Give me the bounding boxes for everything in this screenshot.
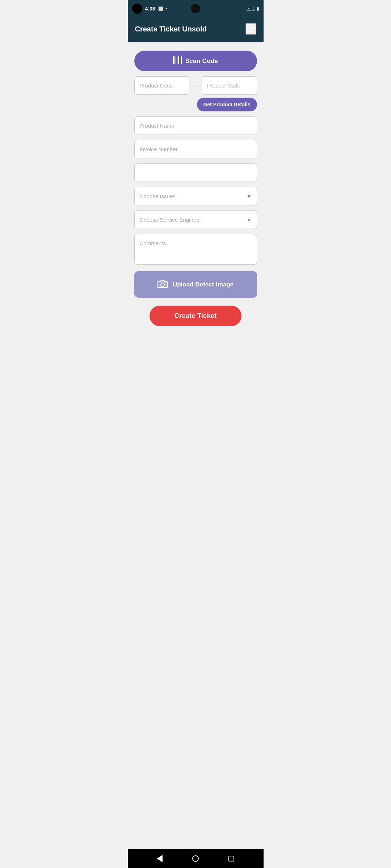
svg-rect-6: [178, 56, 179, 64]
recent-apps-button[interactable]: [226, 853, 237, 864]
status-notch-center: [191, 4, 200, 13]
camera-upload-icon: [157, 279, 168, 290]
back-button[interactable]: [154, 852, 165, 865]
icon2: ▪: [166, 7, 168, 11]
get-product-details-button[interactable]: Get Product Details: [197, 98, 257, 111]
barcode-icon: [173, 56, 182, 65]
product-code-input-1[interactable]: [134, 76, 190, 95]
app-header: Create Ticket Unsold: [128, 17, 264, 42]
status-bar: 4:38 ⬜ ▪ △ △ ▮: [128, 0, 264, 17]
svg-rect-7: [180, 56, 180, 64]
comments-input[interactable]: [134, 234, 257, 265]
choose-issues-wrapper: Choose Issues ▼: [134, 187, 257, 205]
home-circle-icon: [192, 855, 199, 862]
create-ticket-button[interactable]: Create Ticket: [150, 306, 241, 326]
choose-issues-select[interactable]: Choose Issues: [135, 187, 257, 205]
invoice-number-input[interactable]: [134, 140, 257, 158]
svg-rect-8: [181, 56, 182, 64]
signal-icon: △: [252, 6, 255, 11]
svg-point-10: [165, 282, 166, 284]
dash-separator: —: [192, 82, 199, 89]
product-name-input[interactable]: [134, 116, 257, 135]
status-time: 4:38: [145, 6, 155, 12]
scan-code-button[interactable]: Scan Code: [134, 51, 257, 71]
upload-defect-image-label: Upload Defect Image: [173, 281, 234, 288]
battery-icon: ▮: [257, 6, 259, 11]
date-input[interactable]: 2023-04-25: [134, 163, 257, 182]
back-triangle-icon: [157, 855, 163, 862]
camera-circle: [132, 4, 142, 14]
bottom-nav-bar: [128, 849, 264, 868]
status-icons: △ △ ▮: [247, 6, 259, 11]
main-content: Scan Code — Get Product Details 2023-04-…: [128, 42, 264, 849]
get-product-btn-wrapper: Get Product Details: [134, 98, 257, 111]
create-ticket-label: Create Ticket: [175, 312, 217, 319]
upload-defect-image-button[interactable]: Upload Defect Image: [134, 271, 257, 298]
recent-apps-square-icon: [228, 856, 234, 861]
icon1: ⬜: [158, 7, 163, 11]
product-code-row: —: [134, 76, 257, 95]
get-product-details-label: Get Product Details: [203, 102, 251, 107]
choose-engineer-select[interactable]: Choose Service Engineer: [135, 211, 257, 229]
choose-engineer-wrapper: Choose Service Engineer ▼: [134, 210, 257, 229]
status-bar-left: 4:38 ⬜ ▪: [132, 4, 168, 14]
scan-code-label: Scan Code: [185, 58, 218, 65]
product-code-input-2[interactable]: [202, 76, 257, 95]
page-title: Create Ticket Unsold: [135, 25, 207, 33]
svg-rect-4: [176, 56, 176, 64]
wifi-icon: △: [247, 6, 251, 11]
svg-rect-3: [175, 56, 175, 64]
svg-rect-5: [177, 56, 177, 64]
home-button[interactable]: [189, 852, 202, 865]
logout-button[interactable]: [245, 23, 256, 35]
svg-rect-2: [173, 56, 174, 64]
camera-notch: [191, 4, 200, 13]
